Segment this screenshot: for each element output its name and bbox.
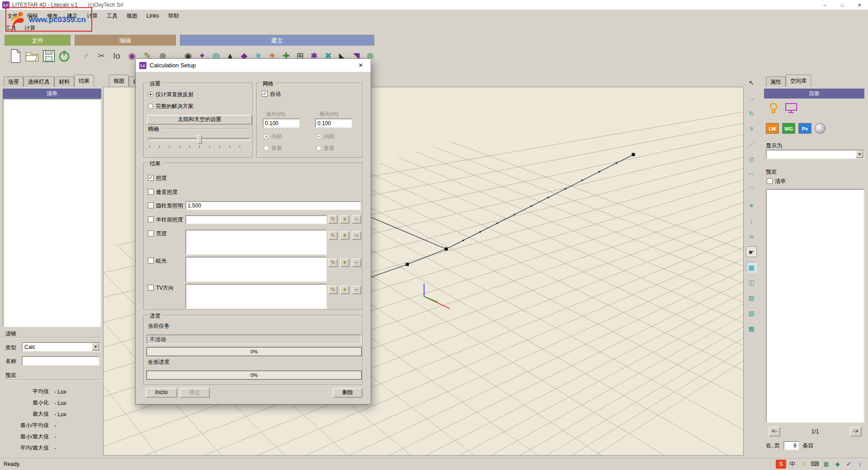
display-as-combo[interactable]: ▼ (766, 150, 864, 159)
add-item-button[interactable]: + (340, 258, 349, 267)
checkbox-icon[interactable] (148, 202, 154, 208)
checkbox-icon[interactable] (148, 258, 154, 263)
radio-direct-reflection[interactable]: 仅计算直接反射 (148, 91, 193, 98)
add-item-button[interactable]: + (340, 215, 349, 224)
checkbox-icon[interactable] (767, 178, 773, 184)
semi-cylindrical-checkbox[interactable]: 半柱面照度 (148, 216, 183, 223)
edit-list-button[interactable]: ✎ (328, 286, 338, 294)
radio-icon[interactable] (148, 92, 153, 97)
edit-list-button[interactable]: ✎ (328, 258, 338, 267)
grid-fill-icon[interactable]: ▦ (746, 262, 757, 273)
mirror-tool-icon[interactable]: ♂ (80, 47, 91, 65)
add-item-button[interactable]: + (340, 286, 349, 294)
cylindrical-checkbox[interactable]: 圆柱形照明 (148, 202, 183, 209)
sound-icon[interactable]: ♪ (855, 460, 865, 469)
hatch-view-icon[interactable]: ▩ (746, 323, 757, 334)
menu-item-8[interactable]: 帮助 (164, 10, 184, 22)
checkbox-icon[interactable] (148, 175, 154, 181)
rotate-view-icon[interactable]: ↻ (746, 108, 757, 119)
drop-down-icon[interactable]: ↓ (746, 216, 757, 226)
minimize-button[interactable]: ─ (816, 0, 834, 10)
split-view-icon[interactable]: ◫ (746, 277, 757, 288)
maximize-button[interactable]: □ (834, 0, 851, 10)
screen-icon[interactable] (785, 102, 797, 114)
tv-direction-list[interactable] (185, 284, 327, 309)
grid-vertical-input[interactable] (263, 118, 300, 128)
remove-item-button[interactable]: − (352, 215, 361, 224)
left-panel-tab-3[interactable]: 结果 (74, 75, 94, 87)
save-icon[interactable] (42, 48, 56, 64)
left-panel-tab-0[interactable]: 场景 (4, 76, 24, 87)
catalog-list-checkbox[interactable]: 清单 (767, 178, 786, 185)
viewport-tab-0[interactable]: 视图 (109, 75, 129, 87)
tv-direction-checkbox[interactable]: TV方向 (148, 285, 174, 291)
add-item-button[interactable]: + (340, 231, 349, 240)
radio-icon[interactable] (264, 134, 269, 139)
checkbox-icon[interactable] (148, 216, 154, 222)
radio-inner-right[interactable]: 内部 (316, 133, 335, 140)
radio-inner-left[interactable]: 内部 (264, 133, 282, 140)
catalog-list[interactable] (766, 189, 864, 423)
arc-tool-icon[interactable]: ⌒ (746, 185, 757, 196)
input-method-icon[interactable]: 中 (787, 460, 797, 469)
sun-sky-settings-button[interactable]: 太阳和天空的设置 (147, 115, 252, 125)
edit-list-button[interactable]: ✎ (328, 215, 338, 224)
wg-library-button[interactable]: WG (782, 123, 795, 134)
delete-button[interactable]: 删除 (333, 388, 363, 398)
glare-checkbox[interactable]: 眩光 (148, 258, 167, 264)
right-panel-tab-0[interactable]: 属性 (766, 76, 786, 87)
close-button[interactable]: ✕ (851, 0, 868, 10)
pan-arrow-icon[interactable]: → (746, 93, 757, 103)
lw-library-button[interactable]: LW (766, 123, 779, 134)
type-combo[interactable]: Calc ▼ (22, 342, 100, 352)
ribbon-tab-edit[interactable]: 编辑 (75, 35, 176, 46)
start-button[interactable]: Inizio (146, 388, 177, 398)
cylindrical-height-input[interactable] (185, 201, 361, 210)
menu-item-6[interactable]: 视图 (122, 10, 142, 22)
name-input[interactable] (22, 356, 99, 366)
luminance-checkbox[interactable]: 亮度 (148, 230, 167, 237)
precision-slider[interactable] (148, 134, 250, 149)
bulb-icon[interactable] (768, 102, 779, 114)
pager-next-button[interactable]: -> (850, 427, 862, 437)
burst-tool-icon[interactable]: ✳ (746, 200, 757, 211)
remove-item-button[interactable]: − (352, 258, 361, 267)
remove-item-button[interactable]: − (352, 231, 361, 240)
menu-item-7[interactable]: Links (142, 10, 164, 22)
pv-library-button[interactable]: Pv (798, 123, 811, 134)
chevron-down-icon[interactable]: ▼ (856, 150, 863, 158)
null-set-icon[interactable]: ∅ (746, 154, 757, 165)
hand-pick-icon[interactable]: ☛ (746, 246, 757, 257)
checkbox-icon[interactable] (148, 230, 154, 236)
power-icon[interactable] (57, 48, 71, 64)
checkbox-icon[interactable] (148, 189, 154, 195)
keyboard-icon[interactable]: ⌨ (810, 460, 820, 469)
per-page-input[interactable] (783, 441, 799, 450)
radio-icon[interactable] (264, 146, 269, 151)
status-diamond-icon[interactable]: ◆ (832, 460, 843, 469)
panel-icon[interactable]: ▦ (821, 460, 831, 469)
radio-icon[interactable] (316, 146, 321, 151)
new-document-icon[interactable] (8, 48, 23, 64)
sogou-icon[interactable]: S (776, 460, 786, 469)
luminance-list[interactable] (185, 230, 327, 255)
edit-list-button[interactable]: ✎ (328, 231, 338, 240)
arc-up-icon[interactable]: ◠ (746, 169, 757, 180)
radio-icon[interactable] (148, 103, 153, 109)
ribbon-tab-file[interactable]: 文件 (5, 35, 71, 46)
glare-list[interactable] (185, 257, 327, 282)
radio-icon[interactable] (316, 134, 321, 139)
ribbon-tab-build[interactable]: 建立 (180, 35, 374, 46)
right-panel-tab-1[interactable]: 空间库 (786, 75, 811, 87)
stop-button[interactable]: 停止 (180, 388, 210, 398)
select-cursor-icon[interactable]: ↖ (746, 77, 757, 88)
rows-view-icon[interactable]: ▤ (746, 292, 757, 303)
radio-full-solution[interactable]: 完整的解决方案 (148, 103, 193, 110)
left-panel-tab-1[interactable]: 选择灯具 (24, 76, 54, 87)
result-list[interactable] (3, 99, 101, 327)
remove-item-button[interactable]: − (352, 286, 361, 294)
open-folder-icon[interactable] (25, 48, 39, 64)
menu-item-5[interactable]: 工具 (102, 10, 122, 22)
radio-vertical-right[interactable]: 竖着 (316, 145, 335, 152)
checkbox-icon[interactable] (148, 285, 154, 291)
